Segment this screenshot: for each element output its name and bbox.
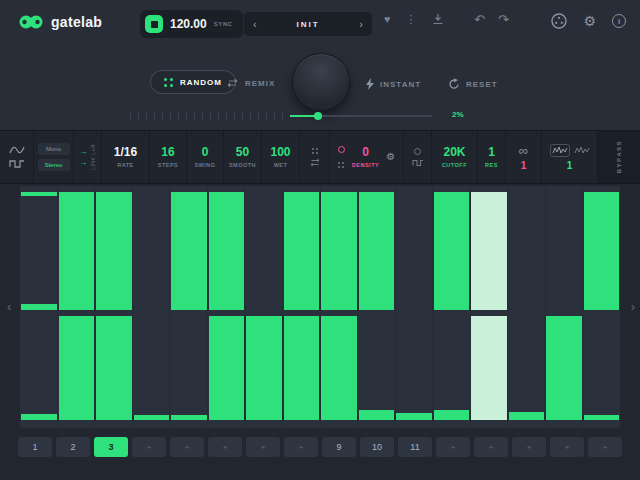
gate-step-bottom-13[interactable] bbox=[470, 316, 508, 420]
gate-bar[interactable] bbox=[584, 192, 620, 310]
dice-icon[interactable] bbox=[312, 148, 318, 154]
gate-step-top-1[interactable] bbox=[20, 192, 58, 310]
next-pattern-arrow[interactable]: › bbox=[631, 300, 635, 313]
gate-step-top-8[interactable] bbox=[283, 192, 321, 310]
pattern-slot-13[interactable]: + bbox=[474, 437, 508, 457]
density-settings-icon[interactable]: ⚙ bbox=[386, 152, 395, 162]
steps-control[interactable]: 16 STEPS bbox=[150, 131, 187, 183]
rate-control[interactable]: 1/16 RATE bbox=[102, 131, 150, 183]
density-dice-icon[interactable] bbox=[338, 162, 344, 168]
random-mode-button[interactable]: RANDOM bbox=[150, 70, 236, 94]
gate-step-top-6[interactable] bbox=[208, 192, 246, 310]
main-knob[interactable] bbox=[292, 53, 350, 111]
pattern-slot-1[interactable]: 1 bbox=[18, 437, 52, 457]
gate-step-bottom-3[interactable] bbox=[95, 316, 133, 420]
gate-bar[interactable] bbox=[321, 192, 357, 310]
gate-step-top-7[interactable] bbox=[245, 192, 283, 310]
loop-icon[interactable] bbox=[309, 158, 321, 167]
gate-bar[interactable] bbox=[359, 192, 395, 310]
gate-bar[interactable] bbox=[59, 316, 95, 420]
square-wave-icon[interactable] bbox=[9, 159, 25, 169]
infinity-icon[interactable]: ∞ bbox=[519, 144, 528, 157]
gate-bar[interactable] bbox=[96, 192, 132, 310]
noise-pattern-b-icon[interactable] bbox=[574, 145, 590, 156]
prev-pattern-arrow[interactable]: ‹ bbox=[7, 300, 11, 313]
gate-step-top-10[interactable] bbox=[358, 192, 396, 310]
gate-bar[interactable] bbox=[471, 316, 507, 420]
preset-prev-button[interactable]: ‹ bbox=[253, 19, 257, 30]
gate-bar[interactable] bbox=[21, 304, 57, 310]
gate-bar[interactable] bbox=[59, 192, 95, 310]
settings-gear-icon[interactable]: ⚙ bbox=[583, 14, 596, 28]
gate-step-top-5[interactable] bbox=[170, 192, 208, 310]
preset-next-button[interactable]: › bbox=[359, 19, 363, 30]
slider-handle[interactable] bbox=[314, 112, 322, 120]
sync-toggle[interactable]: SYNC bbox=[214, 21, 233, 27]
undo-icon[interactable]: ↶ bbox=[474, 13, 485, 26]
pattern-slot-3[interactable]: 3 bbox=[94, 437, 128, 457]
gate-bar[interactable] bbox=[134, 415, 170, 420]
gate-step-bottom-14[interactable] bbox=[508, 316, 546, 420]
preset-name[interactable]: INIT bbox=[296, 20, 319, 29]
preset-menu-icon[interactable]: ⋮ bbox=[406, 14, 417, 25]
smooth-wave-icon[interactable] bbox=[9, 145, 25, 155]
gate-step-bottom-6[interactable] bbox=[208, 316, 246, 420]
gate-step-bottom-15[interactable] bbox=[545, 316, 583, 420]
swing-control[interactable]: 0 SWING bbox=[187, 131, 224, 183]
gate-step-bottom-8[interactable] bbox=[283, 316, 321, 420]
gate-step-bottom-7[interactable] bbox=[245, 316, 283, 420]
gate-step-top-9[interactable] bbox=[320, 192, 358, 310]
redo-icon[interactable]: ↷ bbox=[498, 13, 509, 26]
gate-bar[interactable] bbox=[171, 192, 207, 310]
bypass-button[interactable]: BYPASS bbox=[598, 131, 640, 183]
bpm-display[interactable]: 120.00 bbox=[170, 17, 207, 31]
gate-bar[interactable] bbox=[396, 413, 432, 420]
gate-step-bottom-10[interactable] bbox=[358, 316, 396, 420]
gate-step-bottom-11[interactable] bbox=[395, 316, 433, 420]
gate-bar[interactable] bbox=[434, 192, 470, 310]
gate-bar[interactable] bbox=[509, 412, 545, 420]
gate-bar[interactable] bbox=[434, 410, 470, 420]
link-lr-toggle[interactable]: → → LINK L+R bbox=[74, 131, 102, 183]
gate-bar[interactable] bbox=[546, 316, 582, 420]
mono-button[interactable]: Mono bbox=[38, 143, 70, 155]
gate-step-top-4[interactable] bbox=[133, 192, 171, 310]
instant-button[interactable]: INSTANT bbox=[366, 78, 421, 90]
gate-bar[interactable] bbox=[209, 192, 245, 310]
gate-bar[interactable] bbox=[471, 192, 507, 310]
gate-bar[interactable] bbox=[584, 415, 620, 420]
gate-step-top-11[interactable] bbox=[395, 192, 433, 310]
pattern-slot-7[interactable]: + bbox=[246, 437, 280, 457]
gate-step-top-14[interactable] bbox=[508, 192, 546, 310]
pattern-slot-16[interactable]: + bbox=[588, 437, 622, 457]
gate-bar[interactable] bbox=[284, 316, 320, 420]
cutoff-control[interactable]: 20K CUTOFF bbox=[432, 131, 478, 183]
info-icon[interactable]: i bbox=[612, 14, 626, 28]
randomizer-dice-icon[interactable] bbox=[551, 13, 567, 29]
pattern-slot-11[interactable]: 11 bbox=[398, 437, 432, 457]
density-control[interactable]: 0 DENSITY bbox=[352, 146, 379, 168]
gate-bar[interactable] bbox=[359, 410, 395, 420]
filter-bell-icon[interactable] bbox=[414, 148, 421, 155]
gate-bar[interactable] bbox=[321, 316, 357, 420]
remix-button[interactable]: REMIX bbox=[226, 78, 275, 88]
noise-pattern-a-icon[interactable] bbox=[550, 144, 570, 157]
gate-bar[interactable] bbox=[246, 316, 282, 420]
gate-bar[interactable] bbox=[21, 414, 57, 420]
gate-step-bottom-16[interactable] bbox=[583, 316, 621, 420]
smooth-control[interactable]: 50 SMOOTH bbox=[224, 131, 262, 183]
gate-bar[interactable] bbox=[209, 316, 245, 420]
pattern-slot-8[interactable]: + bbox=[284, 437, 318, 457]
wet-control[interactable]: 100 WET bbox=[262, 131, 300, 183]
pattern-slot-2[interactable]: 2 bbox=[56, 437, 90, 457]
favorite-heart-icon[interactable]: ♥ bbox=[384, 14, 391, 25]
gate-step-top-16[interactable] bbox=[583, 192, 621, 310]
play-stop-button[interactable] bbox=[145, 15, 163, 33]
gate-step-bottom-1[interactable] bbox=[20, 316, 58, 420]
res-control[interactable]: 1 RES bbox=[478, 131, 506, 183]
stereo-button[interactable]: Stereo bbox=[38, 159, 70, 171]
gate-step-bottom-9[interactable] bbox=[320, 316, 358, 420]
amount-slider[interactable] bbox=[290, 112, 432, 120]
gate-bar[interactable] bbox=[96, 316, 132, 420]
gate-step-top-15[interactable] bbox=[545, 192, 583, 310]
